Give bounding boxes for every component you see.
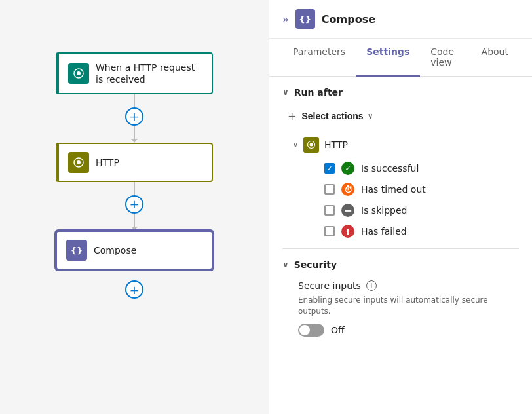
trigger-icon bbox=[68, 63, 89, 84]
line-2 bbox=[134, 182, 135, 195]
tab-parameters[interactable]: Parameters bbox=[282, 39, 356, 77]
checkbox-timedout[interactable] bbox=[324, 184, 335, 195]
line-2b bbox=[134, 214, 135, 227]
divider-1 bbox=[282, 248, 519, 249]
details-header: » {} Compose bbox=[269, 0, 532, 39]
status-item-failed: ! Has failed bbox=[324, 225, 519, 238]
tab-settings[interactable]: Settings bbox=[356, 39, 420, 77]
select-actions-label: Select actions bbox=[301, 111, 363, 121]
connector-2: + bbox=[125, 182, 143, 231]
select-actions-chevron-icon: ∨ bbox=[368, 112, 373, 121]
details-panel: » {} Compose Parameters Settings Code vi… bbox=[269, 0, 532, 414]
canvas-panel: When a HTTP request is received + HTTP + bbox=[0, 0, 269, 414]
security-label: Security bbox=[294, 259, 337, 270]
run-after-label: Run after bbox=[294, 87, 343, 98]
workflow-container: When a HTTP request is received + HTTP + bbox=[56, 52, 213, 299]
select-actions-plus-icon: + bbox=[288, 110, 296, 122]
security-content: Secure inputs i Enabling secure inputs w… bbox=[282, 280, 519, 337]
connector-1: + bbox=[125, 94, 143, 143]
svg-point-3 bbox=[77, 160, 81, 164]
add-button-1[interactable]: + bbox=[125, 107, 143, 126]
compose-icon: {} bbox=[66, 240, 87, 261]
toggle-row: Off bbox=[298, 324, 519, 337]
secure-inputs-description: Enabling secure inputs will automaticall… bbox=[298, 295, 519, 317]
checkbox-successful[interactable] bbox=[324, 163, 335, 174]
compose-node[interactable]: {} Compose bbox=[56, 231, 213, 270]
error-indicator: ! bbox=[341, 225, 354, 238]
status-items: ✓ Is successful ⏱ Has timed out − Is ski… bbox=[324, 162, 519, 238]
http-label: HTTP bbox=[96, 157, 119, 168]
secure-inputs-label: Secure inputs bbox=[298, 280, 361, 291]
status-label-successful: Is successful bbox=[361, 163, 419, 174]
details-content: ∨ Run after + Select actions ∨ ∨ HTTP bbox=[269, 77, 532, 414]
security-section-header: ∨ Security bbox=[282, 259, 519, 270]
status-item-successful: ✓ Is successful bbox=[324, 162, 519, 175]
status-item-timedout: ⏱ Has timed out bbox=[324, 183, 519, 196]
status-label-timedout: Has timed out bbox=[361, 184, 426, 195]
add-button-2[interactable]: + bbox=[125, 195, 143, 214]
line-1 bbox=[134, 94, 135, 107]
tabs-bar: Parameters Settings Code view About bbox=[269, 39, 532, 77]
add-button-bottom[interactable]: + bbox=[125, 280, 143, 299]
secure-inputs-row: Secure inputs i bbox=[298, 280, 519, 291]
run-after-chevron[interactable]: ∨ bbox=[282, 88, 289, 97]
secure-inputs-toggle[interactable] bbox=[298, 324, 324, 337]
select-actions-button[interactable]: Select actions ∨ bbox=[301, 108, 372, 124]
tab-about[interactable]: About bbox=[471, 39, 519, 77]
action-group-http: ∨ HTTP ✓ Is successful bbox=[293, 134, 519, 238]
checkbox-skipped[interactable] bbox=[324, 205, 335, 216]
header-icon: {} bbox=[295, 9, 315, 29]
security-chevron-icon[interactable]: ∨ bbox=[282, 260, 289, 269]
http-icon bbox=[68, 152, 89, 173]
run-after-header: ∨ Run after bbox=[282, 87, 519, 98]
secure-inputs-info-icon[interactable]: i bbox=[366, 280, 377, 291]
skip-indicator: − bbox=[341, 204, 354, 217]
header-title: Compose bbox=[322, 13, 375, 26]
line-1b bbox=[134, 126, 135, 139]
status-label-skipped: Is skipped bbox=[361, 205, 407, 216]
http-group-label: HTTP bbox=[324, 140, 348, 150]
trigger-node[interactable]: When a HTTP request is received bbox=[56, 52, 213, 94]
svg-point-5 bbox=[310, 143, 313, 147]
checkbox-failed[interactable] bbox=[324, 226, 335, 236]
toggle-knob bbox=[299, 325, 310, 335]
http-node[interactable]: HTTP bbox=[56, 143, 213, 182]
success-indicator: ✓ bbox=[341, 162, 354, 175]
select-actions-row: + Select actions ∨ bbox=[282, 108, 519, 124]
security-section: ∨ Security Secure inputs i Enabling secu… bbox=[282, 259, 519, 337]
group-chevron-icon[interactable]: ∨ bbox=[293, 141, 298, 149]
trigger-label: When a HTTP request is received bbox=[96, 62, 202, 85]
compose-label: Compose bbox=[94, 244, 136, 256]
breadcrumb-arrow[interactable]: » bbox=[282, 13, 289, 26]
http-group-icon bbox=[303, 137, 319, 153]
svg-point-1 bbox=[77, 71, 81, 75]
tab-code-view[interactable]: Code view bbox=[420, 39, 470, 77]
status-label-failed: Has failed bbox=[361, 226, 407, 236]
action-group-header: ∨ HTTP bbox=[293, 134, 519, 155]
status-item-skipped: − Is skipped bbox=[324, 204, 519, 217]
toggle-label: Off bbox=[331, 325, 345, 335]
warning-indicator: ⏱ bbox=[341, 183, 354, 196]
